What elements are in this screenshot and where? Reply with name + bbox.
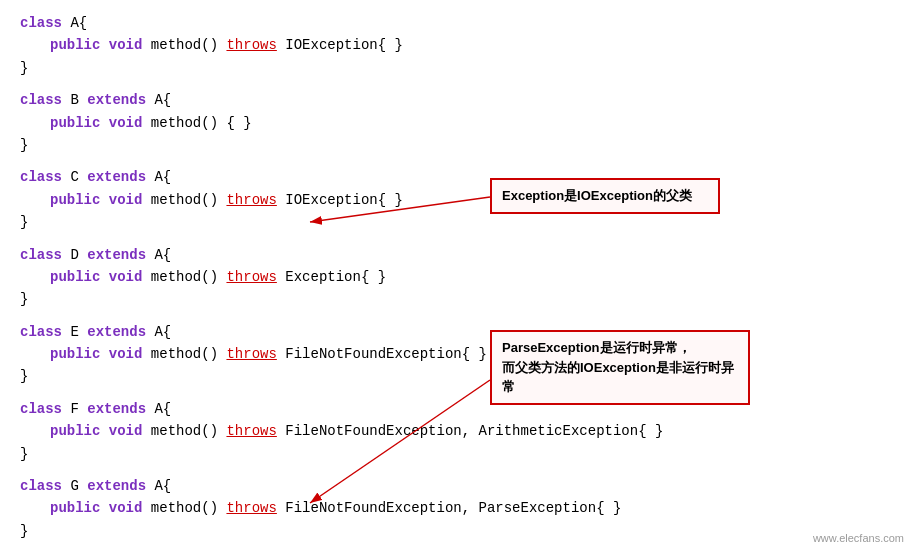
annotation-1-text: Exception是IOException的父类 xyxy=(502,188,692,203)
watermark: www.elecfans.com xyxy=(813,532,904,544)
throws-a: throws xyxy=(226,37,276,53)
class-b-block: class B extends A{ public void method() … xyxy=(20,89,894,156)
class-d-block: class D extends A{ public void method() … xyxy=(20,244,894,311)
class-f-line3: } xyxy=(20,443,894,465)
annotation-box-1: Exception是IOException的父类 xyxy=(490,178,720,214)
class-b-line3: } xyxy=(20,134,894,156)
class-f-line2: public void method() throws FileNotFound… xyxy=(20,420,894,442)
annotation-2-line2: 而父类方法的IOException是非运行时异常 xyxy=(502,358,738,397)
class-g-line2: public void method() throws FileNotFound… xyxy=(20,497,894,519)
class-c-block: class C extends A{ public void method() … xyxy=(20,166,894,233)
class-a-line3: } xyxy=(20,57,894,79)
class-g-block: class G extends A{ public void method() … xyxy=(20,475,894,542)
class-c-line3: } xyxy=(20,211,894,233)
class-a-block: class A{ public void method() throws IOE… xyxy=(20,12,894,79)
class-b-line1: class B extends A{ xyxy=(20,89,894,111)
method-a: method() xyxy=(151,37,227,53)
class-d-line2: public void method() throws Exception{ } xyxy=(20,266,894,288)
throws-d: throws xyxy=(226,269,276,285)
class-b-line2: public void method() { } xyxy=(20,112,894,134)
kw-public: public xyxy=(50,37,109,53)
kw-void: void xyxy=(109,37,151,53)
class-g-line1: class G extends A{ xyxy=(20,475,894,497)
class-d-line3: } xyxy=(20,288,894,310)
class-c-line1: class C extends A{ xyxy=(20,166,894,188)
class-g-line3: } xyxy=(20,520,894,542)
class-a-line1: class A{ xyxy=(20,12,894,34)
annotation-box-2: ParseException是运行时异常， 而父类方法的IOException是… xyxy=(490,330,750,405)
class-f-line1: class F extends A{ xyxy=(20,398,894,420)
kw-class-b: class xyxy=(20,92,70,108)
class-a-line2: public void method() throws IOException{… xyxy=(20,34,894,56)
exception-a: IOException{ } xyxy=(277,37,403,53)
class-a-name: A{ xyxy=(70,15,87,31)
code-area: class A{ public void method() throws IOE… xyxy=(0,0,914,552)
class-f-block: class F extends A{ public void method() … xyxy=(20,398,894,465)
annotation-2-line1: ParseException是运行时异常， xyxy=(502,338,738,358)
kw-class: class xyxy=(20,15,70,31)
class-e-line2: public void method() throws FileNotFound… xyxy=(20,343,894,365)
kw-extends-b: extends xyxy=(87,92,154,108)
class-e-block: class E extends A{ public void method() … xyxy=(20,321,894,388)
class-e-line1: class E extends A{ xyxy=(20,321,894,343)
class-d-line1: class D extends A{ xyxy=(20,244,894,266)
class-e-line3: } xyxy=(20,365,894,387)
class-c-line2: public void method() throws IOException{… xyxy=(20,189,894,211)
